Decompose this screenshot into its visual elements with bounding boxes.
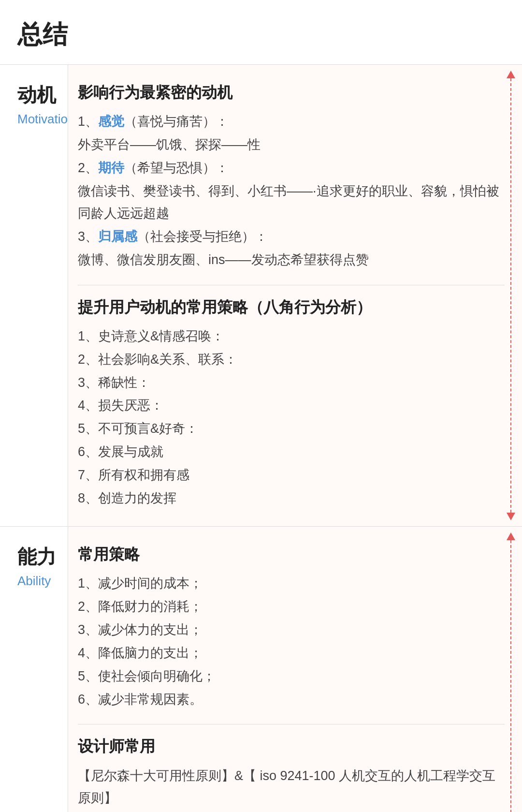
motivation-divider xyxy=(78,285,505,285)
motivation-cn: 动机 xyxy=(17,82,56,107)
motivation-strategy-5: 5、不可预言&好奇： xyxy=(78,418,505,440)
motivation-block1-title: 影响行为最紧密的动机 xyxy=(78,80,505,105)
ability-strategy-3: 3、减少体力的支出； xyxy=(78,619,505,641)
motivation-strategy-3: 3、稀缺性： xyxy=(78,372,505,394)
motivation-item-3: 3、归属感（社会接受与拒绝）： xyxy=(78,226,505,248)
motivation-block2: 提升用户动机的常用策略（八角行为分析） 1、史诗意义&情感召唤： 2、社会影响&… xyxy=(78,295,505,510)
motivation-en: Motivation xyxy=(17,109,75,130)
motivation-highlight-3: 归属感 xyxy=(98,229,137,244)
ability-strategy-5: 5、使社会倾向明确化； xyxy=(78,665,505,688)
motivation-item-2-desc: 微信读书、樊登读书、得到、小红书——·追求更好的职业、容貌，惧怕被同龄人远远超越 xyxy=(78,180,505,225)
motivation-item-2-prefix: 2、 xyxy=(78,161,98,175)
ability-block2-subtitle: 设计师常用 xyxy=(78,734,505,759)
motivation-highlight-1: 感觉 xyxy=(98,114,124,129)
motivation-block2-title: 提升用户动机的常用策略（八角行为分析） xyxy=(78,295,505,320)
motivation-item-2: 2、期待（希望与恐惧）： xyxy=(78,157,505,179)
ability-strategy-2: 2、降低财力的消耗； xyxy=(78,596,505,618)
ability-strategy-1: 1、减少时间的成本； xyxy=(78,573,505,595)
motivation-block1: 影响行为最紧密的动机 1、感觉（喜悦与痛苦）： 外卖平台——饥饿、探探——性 2… xyxy=(78,80,505,271)
ability-en: Ability xyxy=(17,571,51,591)
motivation-item-1: 1、感觉（喜悦与痛苦）： xyxy=(78,111,505,133)
page-title: 总结 xyxy=(0,0,522,64)
motivation-strategy-2: 2、社会影响&关系、联系： xyxy=(78,349,505,371)
motivation-item-2-text: （希望与恐惧）： xyxy=(124,161,229,175)
motivation-strategy-4: 4、损失厌恶： xyxy=(78,395,505,417)
motivation-item-3-prefix: 3、 xyxy=(78,229,98,244)
motivation-content: 影响行为最紧密的动机 1、感觉（喜悦与痛苦）： 外卖平台——饥饿、探探——性 2… xyxy=(68,65,522,526)
motivation-strategy-7: 7、所有权和拥有感 xyxy=(78,464,505,487)
motivation-section: 动机 Motivation 影响行为最紧密的动机 1、感觉（喜悦与痛苦）： 外卖… xyxy=(0,64,522,526)
motivation-label: 动机 Motivation xyxy=(0,65,68,526)
ability-label: 能力 Ability xyxy=(0,527,68,812)
ability-cn: 能力 xyxy=(17,544,56,569)
ability-principles: 【尼尔森十大可用性原则】&【 iso 9241-100 人机交互的人机工程学交互… xyxy=(78,765,505,810)
motivation-item-1-prefix: 1、 xyxy=(78,114,98,129)
motivation-strategy-1: 1、史诗意义&情感召唤： xyxy=(78,325,505,348)
motivation-highlight-2: 期待 xyxy=(98,161,124,175)
ability-block2: 设计师常用 【尼尔森十大可用性原则】&【 iso 9241-100 人机交互的人… xyxy=(78,734,505,812)
main-layout: 动机 Motivation 影响行为最紧密的动机 1、感觉（喜悦与痛苦）： 外卖… xyxy=(0,64,522,812)
ability-strategy-4: 4、降低脑力的支出； xyxy=(78,642,505,664)
ability-strategy-6: 6、减少非常规因素。 xyxy=(78,689,505,711)
motivation-item-1-desc: 外卖平台——饥饿、探探——性 xyxy=(78,134,505,156)
ability-divider xyxy=(78,724,505,724)
ability-block1: 常用策略 1、减少时间的成本； 2、降低财力的消耗； 3、减少体力的支出； 4、… xyxy=(78,542,505,711)
motivation-strategy-8: 8、创造力的发挥 xyxy=(78,487,505,510)
motivation-item-1-text: （喜悦与痛苦）： xyxy=(124,114,229,129)
ability-content: 常用策略 1、减少时间的成本； 2、降低财力的消耗； 3、减少体力的支出； 4、… xyxy=(68,527,522,812)
ability-block1-title: 常用策略 xyxy=(78,542,505,567)
ability-section: 能力 Ability 常用策略 1、减少时间的成本； 2、降低财力的消耗； 3、… xyxy=(0,526,522,812)
motivation-strategy-6: 6、发展与成就 xyxy=(78,441,505,463)
motivation-item-3-text: （社会接受与拒绝）： xyxy=(137,229,268,244)
motivation-item-3-desc: 微博、微信发朋友圈、ins——发动态希望获得点赞 xyxy=(78,249,505,271)
